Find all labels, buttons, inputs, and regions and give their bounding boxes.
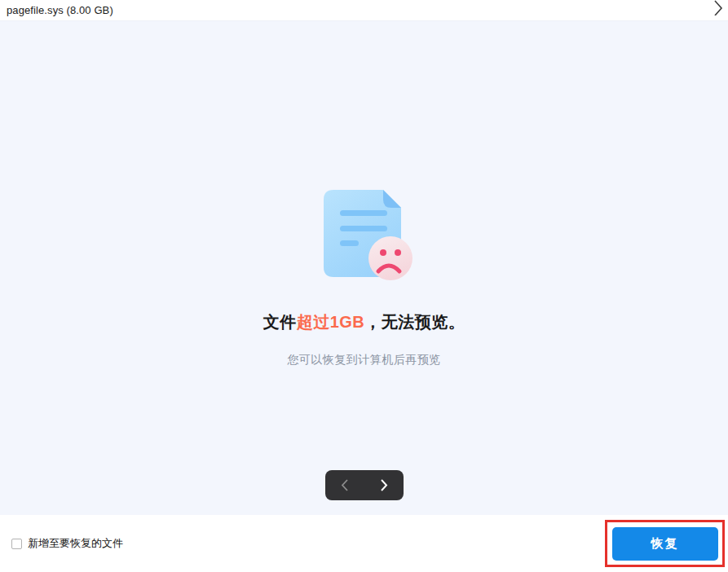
chevron-right-icon [712, 0, 725, 15]
checkbox-label: 新增至要恢复的文件 [28, 536, 123, 551]
previous-file-button[interactable] [329, 470, 361, 500]
checkbox-icon[interactable] [11, 539, 22, 549]
preview-window: pagefile.sys (8.00 GB) [0, 0, 728, 572]
recover-button[interactable]: 恢复 [612, 527, 718, 561]
next-file-button[interactable] [368, 470, 400, 500]
add-to-recover-checkbox[interactable]: 新增至要恢复的文件 [11, 536, 123, 551]
error-message-suffix: ，无法预览。 [364, 313, 465, 331]
collapse-panel-button[interactable] [710, 0, 726, 15]
annotation-highlight-box: 恢复 [605, 520, 725, 567]
chevron-left-icon [340, 478, 350, 492]
error-message: 文件超过1GB，无法预览。 [263, 311, 465, 333]
error-submessage: 您可以恢复到计算机后再预览 [287, 353, 441, 367]
footer-bar: 新增至要恢复的文件 恢复 [0, 515, 728, 572]
error-message-prefix: 文件 [263, 313, 297, 331]
preview-area: 文件超过1GB，无法预览。 您可以恢复到计算机后再预览 [0, 21, 728, 515]
file-title: pagefile.sys (8.00 GB) [7, 4, 113, 16]
error-message-highlight: 超过1GB [297, 313, 365, 331]
titlebar: pagefile.sys (8.00 GB) [0, 0, 728, 21]
file-too-large-sad-face-icon [311, 186, 417, 288]
chevron-right-icon [379, 478, 389, 492]
file-pager [325, 470, 404, 500]
